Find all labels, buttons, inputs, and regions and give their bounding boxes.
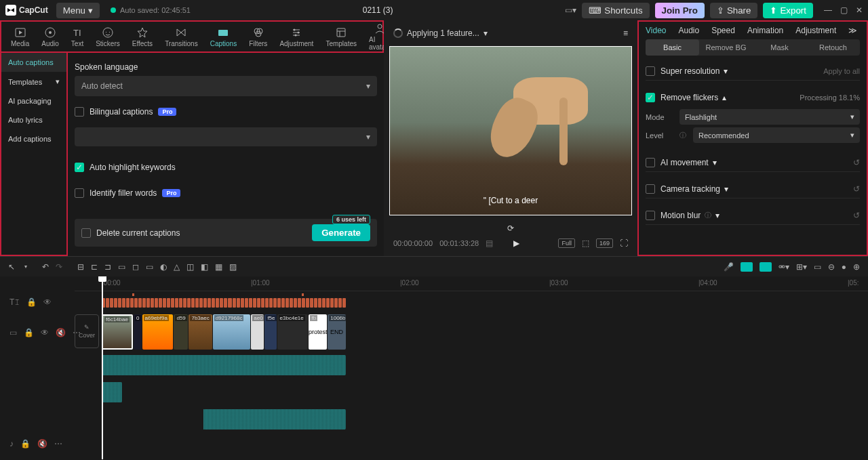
crop-icon[interactable]: ⬚ [582,238,589,248]
close-icon[interactable]: ✕ [856,5,863,15]
audio-track-3[interactable] [75,406,868,434]
shortcuts-button[interactable]: ⌨ Shortcuts [582,3,649,18]
rotate-icon[interactable]: △ [174,262,180,272]
props-tab-speed[interactable]: Speed [711,26,735,35]
bilingual-language-select[interactable]: ▾ [75,127,377,146]
lock-icon[interactable]: 🔒 [26,297,37,307]
more-icon[interactable]: ⋯ [54,439,62,448]
ai-movement-row[interactable]: AI movement ▾ ↺ [646,154,860,172]
timeline-tracks[interactable]: |00:00 |01:00 |02:00 |03:00 |04:00 |05: … [75,276,868,459]
audio-clip[interactable] [203,409,346,430]
reverse-icon[interactable]: ▭ [146,262,153,272]
tab-effects[interactable]: Effects [132,26,153,47]
video-clip[interactable]: 7b3aec [189,314,212,350]
refresh-icon[interactable]: ⟳ [389,221,632,236]
video-clip[interactable]: e3bc4e1e [277,314,309,350]
flip-icon[interactable]: ◧ [201,262,208,272]
redo-icon[interactable]: ↷ [56,262,62,272]
sidebar-item-add-captions[interactable]: Add captions [1,129,66,148]
split-right-icon[interactable]: ⊐ [104,262,111,272]
mute-icon[interactable]: 🔇 [37,439,47,448]
chevron-right-icon[interactable]: ≫ [848,26,857,35]
pointer-icon[interactable]: ↖ [8,262,15,272]
link-icon[interactable]: ⚮▾ [778,262,789,272]
spoken-language-select[interactable]: Auto detect▾ [75,76,377,96]
reset-icon[interactable]: ↺ [853,211,860,220]
highlight-keywords-option[interactable]: ✓ Auto highlight keywords [75,163,377,172]
group-icon[interactable]: ▦ [215,262,222,272]
fullscreen-icon[interactable]: ⛶ [620,238,628,248]
audio-clip[interactable] [102,382,122,402]
audio-track-1[interactable] [75,352,868,379]
split-left-icon[interactable]: ⊏ [91,262,98,272]
subtab-remove-bg[interactable]: Remove BG [699,39,753,56]
mirror-icon[interactable]: ◐ [160,262,167,272]
zoom-out-icon[interactable]: ⊖ [828,262,835,272]
super-resolution-row[interactable]: Super resolution ▾ Apply to all [646,62,860,81]
zoom-slider[interactable]: ● [842,262,846,272]
mode-select[interactable]: Flashlight▾ [679,109,860,125]
menu-icon[interactable]: ≡ [623,28,628,38]
eye-icon[interactable]: 👁 [43,297,52,307]
tab-stickers[interactable]: Stickers [96,26,120,47]
cover-button[interactable]: ✎Cover [75,314,99,348]
tab-filters[interactable]: Filters [249,26,267,47]
tab-text[interactable]: TIText [71,26,83,47]
reset-icon[interactable]: ↺ [853,158,860,167]
eye-icon[interactable]: 👁 [41,328,49,337]
bilingual-captions-option[interactable]: Bilingual captions Pro [75,107,377,117]
crop-icon[interactable]: ◫ [186,262,194,272]
timeline-ruler[interactable]: |00:00 |01:00 |02:00 |03:00 |04:00 |05: [75,276,868,291]
playhead[interactable] [102,276,103,459]
menu-button[interactable]: Menu ▾ [56,3,100,18]
sidebar-item-ai-packaging[interactable]: AI packaging [1,91,66,110]
mic-icon[interactable]: 🎤 [724,262,734,272]
video-clip[interactable]: d9217968c [213,314,250,350]
motion-blur-row[interactable]: Motion blur ⓘ ▾ ↺ [646,207,860,225]
video-clip[interactable]: 0 [134,314,141,350]
props-tab-video[interactable]: Video [646,26,666,35]
video-clip[interactable]: f6c14bae [102,314,133,350]
video-clip[interactable]: fbprotest [309,314,327,350]
join-pro-button[interactable]: Join Pro [655,3,705,18]
filler-words-option[interactable]: Identify filler words Pro [75,188,377,198]
video-track[interactable]: ✎Cover f6c14bae0a69ebf9ad597b3aecd921796… [75,313,868,352]
mute-icon[interactable]: 🔇 [56,328,66,337]
apply-to-all[interactable]: Apply to all [823,67,860,75]
video-clip[interactable]: 1006bEND [328,314,346,350]
audio-track-2[interactable] [75,379,868,406]
ratio-icon[interactable]: ▭▾ [565,5,576,15]
reset-icon[interactable]: ↺ [853,184,860,194]
video-preview[interactable]: " [Cut to a deer [389,46,632,215]
video-clip[interactable]: d59 [174,314,188,350]
audio-clip[interactable] [102,355,346,375]
align-icon[interactable]: ⊞▾ [796,262,807,272]
caption-track[interactable] [75,291,868,313]
props-tab-adjustment[interactable]: Adjustment [795,26,836,35]
delete-captions-option[interactable]: Delete current captions [81,228,180,238]
sidebar-item-auto-captions[interactable]: Auto captions [1,53,66,72]
subtab-mask[interactable]: Mask [753,39,806,56]
remove-flickers-row[interactable]: ✓ Remove flickers ▴ Processing 18.1% [646,89,860,106]
generate-button[interactable]: 6 uses left Generate [312,224,370,241]
props-tab-audio[interactable]: Audio [678,26,699,35]
share-button[interactable]: ⇪ Share [710,3,758,18]
lock-icon[interactable]: 🔒 [24,328,34,337]
zoom-in-icon[interactable]: ⊕ [853,262,860,272]
resolution-badge[interactable]: 169 [596,238,613,248]
delete-icon[interactable]: ▭ [118,262,125,272]
tab-captions[interactable]: Captions [210,26,237,47]
tab-adjustment[interactable]: Adjustment [279,26,313,47]
props-tab-animation[interactable]: Animation [747,26,783,35]
sidebar-item-auto-lyrics[interactable]: Auto lyrics [1,110,66,129]
list-icon[interactable]: ▤ [486,238,493,248]
tab-audio[interactable]: Audio [41,26,59,47]
play-button[interactable]: ▶ [513,238,519,248]
video-clip[interactable]: ae0 [251,314,264,350]
video-clip[interactable]: a69ebf9a [142,314,174,350]
subtab-basic[interactable]: Basic [646,39,699,56]
freeze-icon[interactable]: ◻ [132,262,139,272]
split-icon[interactable]: ⊟ [77,262,84,272]
magnet-icon[interactable] [741,262,753,272]
undo-icon[interactable]: ↶ [42,262,49,272]
